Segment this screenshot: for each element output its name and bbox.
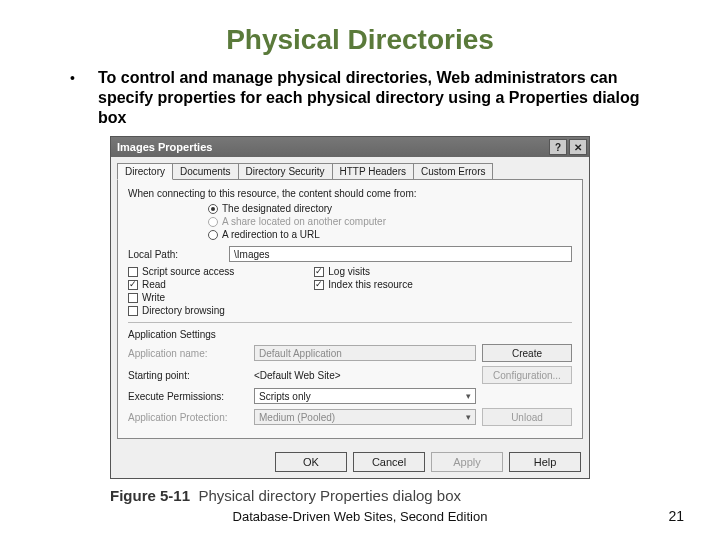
app-name-label: Application name: <box>128 348 248 359</box>
execute-permissions-select[interactable]: Scripts only▾ <box>254 388 476 404</box>
bullet-text: To control and manage physical directori… <box>98 68 660 128</box>
figure-label: Figure 5-11 <box>110 487 190 504</box>
checkbox-icon: ✓ <box>314 267 324 277</box>
properties-dialog: Images Properties ? ✕ Directory Document… <box>110 136 590 479</box>
bullet-icon: • <box>70 68 98 128</box>
checkbox-icon <box>128 267 138 277</box>
help-button[interactable]: Help <box>509 452 581 472</box>
footer: Database-Driven Web Sites, Second Editio… <box>0 509 720 524</box>
apply-button: Apply <box>431 452 503 472</box>
ok-button[interactable]: OK <box>275 452 347 472</box>
execute-permissions-label: Execute Permissions: <box>128 391 248 402</box>
dialog-buttons: OK Cancel Apply Help <box>111 446 589 478</box>
radio-icon <box>208 204 218 214</box>
titlebar: Images Properties ? ✕ <box>111 137 589 157</box>
close-icon[interactable]: ✕ <box>569 139 587 155</box>
titlebar-text: Images Properties <box>117 141 547 153</box>
check-directory-browsing[interactable]: Directory browsing <box>128 305 234 316</box>
chevron-down-icon: ▾ <box>466 391 471 401</box>
radio-label: The designated directory <box>222 203 332 214</box>
app-protection-select: Medium (Pooled)▾ <box>254 409 476 425</box>
check-log-visits[interactable]: ✓Log visits <box>314 266 413 277</box>
application-settings-label: Application Settings <box>128 329 572 340</box>
unload-button: Unload <box>482 408 572 426</box>
connect-label: When connecting to this resource, the co… <box>128 188 572 199</box>
app-name-input: Default Application <box>254 345 476 361</box>
tab-http-headers[interactable]: HTTP Headers <box>332 163 415 180</box>
tab-documents[interactable]: Documents <box>172 163 239 180</box>
radio-designated-directory[interactable]: The designated directory <box>208 203 572 214</box>
slide-title: Physical Directories <box>0 0 720 68</box>
radio-icon <box>208 217 218 227</box>
cancel-button[interactable]: Cancel <box>353 452 425 472</box>
check-script-source[interactable]: Script source access <box>128 266 234 277</box>
help-icon[interactable]: ? <box>549 139 567 155</box>
dialog-screenshot: Images Properties ? ✕ Directory Document… <box>110 136 590 504</box>
starting-point-value: <Default Web Site> <box>254 370 476 381</box>
checkbox-icon <box>128 293 138 303</box>
chevron-down-icon: ▾ <box>466 412 471 422</box>
page-number: 21 <box>668 508 684 524</box>
checkbox-icon: ✓ <box>128 280 138 290</box>
check-index-resource[interactable]: ✓Index this resource <box>314 279 413 290</box>
tab-body: When connecting to this resource, the co… <box>117 179 583 439</box>
radio-icon <box>208 230 218 240</box>
figure-caption: Figure 5-11 Physical directory Propertie… <box>110 487 590 504</box>
radio-redirection[interactable]: A redirection to a URL <box>208 229 572 240</box>
app-protection-label: Application Protection: <box>128 412 248 423</box>
configuration-button: Configuration... <box>482 366 572 384</box>
tab-directory-security[interactable]: Directory Security <box>238 163 333 180</box>
create-button[interactable]: Create <box>482 344 572 362</box>
local-path-input[interactable]: \Images <box>229 246 572 262</box>
tab-custom-errors[interactable]: Custom Errors <box>413 163 493 180</box>
figure-text: Physical directory Properties dialog box <box>198 487 461 504</box>
local-path-label: Local Path: <box>128 249 223 260</box>
tabs: Directory Documents Directory Security H… <box>111 157 589 180</box>
radio-share: A share located on another computer <box>208 216 572 227</box>
checkbox-icon <box>128 306 138 316</box>
check-write[interactable]: Write <box>128 292 234 303</box>
bullet-item: • To control and manage physical directo… <box>0 68 720 128</box>
checkbox-icon: ✓ <box>314 280 324 290</box>
tab-directory[interactable]: Directory <box>117 163 173 180</box>
radio-label: A redirection to a URL <box>222 229 320 240</box>
check-read[interactable]: ✓Read <box>128 279 234 290</box>
radio-label: A share located on another computer <box>222 216 386 227</box>
starting-point-label: Starting point: <box>128 370 248 381</box>
